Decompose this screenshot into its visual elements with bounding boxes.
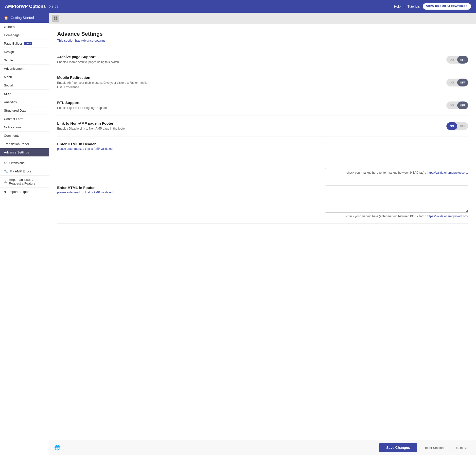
sidebar-item-single[interactable]: Single bbox=[0, 56, 49, 65]
sidebar-label-social: Social bbox=[4, 84, 13, 87]
sidebar-item-structured-data[interactable]: Structured Data bbox=[0, 106, 49, 115]
sidebar-label-advertisement: Advertisement bbox=[4, 67, 24, 70]
toggle-off-archive[interactable]: OFF bbox=[457, 56, 468, 64]
sidebar-label-seo: SEO bbox=[4, 92, 11, 96]
sidebar-label-fix-amp: Fix AMP Errors bbox=[10, 169, 31, 173]
sidebar-label-contact-form: Contact Form bbox=[4, 117, 23, 121]
header-version: 0.9.53 bbox=[49, 4, 58, 8]
sidebar: 🏠 Getting Started General Homepage Page … bbox=[0, 13, 49, 455]
sidebar-item-seo[interactable]: SEO bbox=[0, 90, 49, 98]
setting-desc-archive: Enable/Disable Archive pages using this … bbox=[57, 60, 151, 64]
svg-rect-1 bbox=[56, 17, 57, 18]
sidebar-item-analytics[interactable]: Analytics bbox=[0, 98, 49, 106]
wrench-icon: 🔧 bbox=[4, 169, 8, 173]
tutorials-link[interactable]: Tutorials bbox=[407, 5, 420, 8]
warning-icon: ⚠ bbox=[4, 180, 7, 184]
svg-rect-3 bbox=[56, 18, 57, 20]
sidebar-label-menu: Menu bbox=[4, 75, 12, 79]
setting-info-nonamp: Link to Non-AMP page in Footer Enable / … bbox=[57, 121, 441, 131]
help-link[interactable]: Help bbox=[394, 5, 401, 8]
toggle-on-archive[interactable]: ON bbox=[446, 56, 457, 64]
content-toolbar bbox=[49, 13, 476, 24]
sidebar-item-contact-form[interactable]: Contact Form bbox=[0, 115, 49, 123]
sidebar-divider-1 bbox=[0, 158, 49, 158]
footer-bar: 🌐 Save Changes Reset Section Reset All bbox=[49, 440, 476, 455]
footer-right: Save Changes Reset Section Reset All bbox=[379, 443, 471, 452]
sidebar-item-advance-settings[interactable]: Advance Settings bbox=[0, 148, 49, 157]
html-header-section: Enter HTML in Header please enter markup… bbox=[57, 136, 468, 180]
sidebar-label-translation-panel: Translation Panel bbox=[4, 142, 29, 146]
new-badge: NEW bbox=[24, 42, 32, 45]
toggle-mobile[interactable]: ON OFF bbox=[446, 79, 468, 86]
setting-title-mobile: Mobile Redirection bbox=[57, 75, 441, 80]
html-footer-section: Enter HTML in Footer please enter markup… bbox=[57, 180, 468, 224]
html-footer-textarea[interactable] bbox=[325, 185, 468, 213]
toggle-rtl[interactable]: ON OFF bbox=[446, 101, 468, 109]
setting-title-nonamp: Link to Non-AMP page in Footer bbox=[57, 121, 441, 125]
html-header-placeholder: please enter markup that is AMP validate… bbox=[57, 147, 320, 151]
sidebar-item-homepage[interactable]: Homepage bbox=[0, 31, 49, 39]
sidebar-label-homepage: Homepage bbox=[4, 33, 20, 37]
html-footer-title: Enter HTML in Footer bbox=[57, 185, 320, 190]
setting-row-nonamp: Link to Non-AMP page in Footer Enable / … bbox=[57, 116, 468, 136]
sidebar-item-import-export[interactable]: ↺ Import / Export bbox=[0, 188, 49, 196]
sidebar-item-extensions[interactable]: ⚙ Extensions bbox=[0, 159, 49, 167]
sidebar-label-single: Single bbox=[4, 58, 13, 62]
header-title: AMPforWP Options bbox=[5, 4, 46, 9]
html-header-textarea[interactable] bbox=[325, 142, 468, 169]
toggle-nonamp[interactable]: ON OFF bbox=[446, 122, 468, 130]
top-header: AMPforWP Options 0.9.53 Help | Tutorials… bbox=[0, 0, 476, 13]
html-footer-validator-link[interactable]: https://validator.ampproject.org/ bbox=[427, 215, 468, 218]
toggle-off-rtl[interactable]: OFF bbox=[457, 101, 468, 109]
sidebar-label-extensions: Extensions bbox=[9, 161, 25, 165]
save-button[interactable]: Save Changes bbox=[379, 443, 417, 452]
main-layout: 🏠 Getting Started General Homepage Page … bbox=[0, 13, 476, 455]
reset-all-button[interactable]: Reset All bbox=[451, 443, 471, 452]
toggle-archive[interactable]: ON OFF bbox=[446, 56, 468, 64]
premium-button[interactable]: VIEW PREMIUM FEATURES bbox=[423, 3, 471, 10]
sidebar-item-comments[interactable]: Comments bbox=[0, 132, 49, 140]
toggle-on-mobile[interactable]: ON bbox=[446, 79, 457, 86]
html-header-validator-link[interactable]: https://validator.ampproject.org/ bbox=[427, 171, 468, 174]
page-title: Advance Settings bbox=[57, 31, 468, 37]
sidebar-item-fix-amp[interactable]: 🔧 Fix AMP Errors bbox=[0, 167, 49, 176]
sidebar-item-translation-panel[interactable]: Translation Panel bbox=[0, 140, 49, 148]
sidebar-item-design[interactable]: Design bbox=[0, 48, 49, 56]
content-area: Advance Settings This section has Advanc… bbox=[49, 13, 476, 455]
toggle-on-rtl[interactable]: ON bbox=[446, 101, 457, 109]
sidebar-label-general: General bbox=[4, 25, 15, 29]
setting-title-rtl: RTL Support bbox=[57, 101, 441, 105]
sidebar-item-getting-started[interactable]: 🏠 Getting Started bbox=[0, 13, 49, 23]
gear-icon: ⚙ bbox=[4, 161, 7, 165]
refresh-icon: ↺ bbox=[4, 190, 7, 194]
sidebar-item-report[interactable]: ⚠ Report an Issue / Request a Feature bbox=[0, 176, 49, 188]
setting-info-rtl: RTL Support Enable Right to Left languag… bbox=[57, 101, 441, 110]
sidebar-item-page-builder[interactable]: Page Builder NEW bbox=[0, 39, 49, 48]
setting-row-mobile: Mobile Redirection Enable AMP for your m… bbox=[57, 70, 468, 95]
globe-icon: 🌐 bbox=[54, 445, 60, 451]
reset-section-button[interactable]: Reset Section bbox=[420, 443, 448, 452]
sidebar-item-general[interactable]: General bbox=[0, 23, 49, 31]
footer-left: 🌐 bbox=[54, 445, 60, 451]
sidebar-item-social[interactable]: Social bbox=[0, 81, 49, 90]
html-footer-check: check your markup here (enter markup bet… bbox=[325, 215, 468, 218]
sidebar-label-comments: Comments bbox=[4, 134, 19, 137]
sidebar-item-menu[interactable]: Menu bbox=[0, 73, 49, 81]
grid-icon[interactable] bbox=[52, 15, 59, 22]
setting-info-archive: Archive page Support Enable/Disable Arch… bbox=[57, 55, 441, 64]
home-icon: 🏠 bbox=[4, 16, 8, 20]
svg-rect-2 bbox=[54, 18, 55, 20]
setting-info-mobile: Mobile Redirection Enable AMP for your m… bbox=[57, 75, 441, 89]
setting-desc-nonamp: Enable / Disable Link to Non-AMP page in… bbox=[57, 126, 151, 131]
sidebar-label-notifications: Notifications bbox=[4, 125, 21, 129]
toggle-off-mobile[interactable]: OFF bbox=[457, 79, 468, 86]
sidebar-item-advertisement[interactable]: Advertisement bbox=[0, 65, 49, 73]
toggle-off-nonamp[interactable]: OFF bbox=[457, 122, 468, 130]
svg-rect-0 bbox=[54, 17, 55, 18]
header-divider: | bbox=[404, 4, 405, 9]
sidebar-item-notifications[interactable]: Notifications bbox=[0, 123, 49, 132]
toggle-on-nonamp[interactable]: ON bbox=[446, 122, 457, 130]
header-left: AMPforWP Options 0.9.53 bbox=[5, 4, 58, 9]
sidebar-label-design: Design bbox=[4, 50, 14, 54]
html-header-title: Enter HTML in Header bbox=[57, 142, 320, 146]
